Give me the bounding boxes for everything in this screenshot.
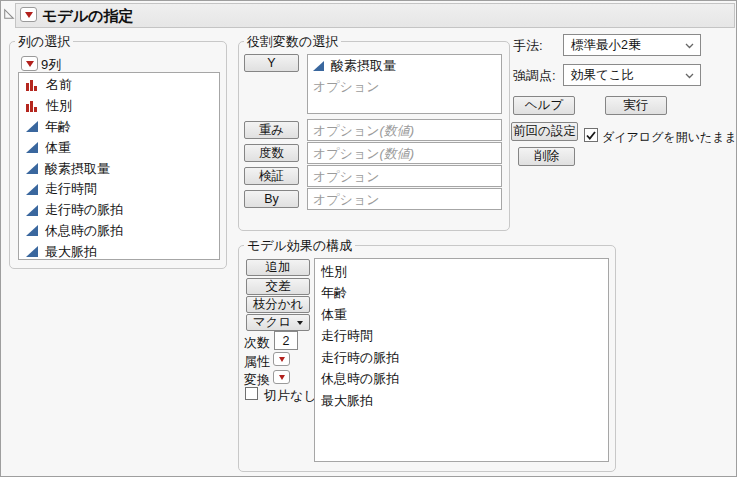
continuous-icon xyxy=(26,121,38,132)
transform-menu-button[interactable] xyxy=(273,370,290,384)
personality-select[interactable]: 標準最小2乗 xyxy=(563,34,701,56)
y-role-item-label: 酸素摂取量 xyxy=(331,57,396,75)
y-dropzone[interactable]: 酸素摂取量 オプション xyxy=(307,54,502,114)
continuous-icon xyxy=(26,225,38,236)
macros-button-label: マクロ xyxy=(253,314,291,331)
continuous-icon xyxy=(26,246,38,257)
column-item-label: 走行時の脈拍 xyxy=(45,201,123,219)
columns-filter-menu-button[interactable] xyxy=(21,56,38,71)
continuous-icon xyxy=(26,142,38,153)
continuous-icon xyxy=(313,61,324,71)
validation-button[interactable]: 検証 xyxy=(244,167,299,185)
column-panel: 列の選択 9列 名前性別年齢体重酸素摂取量走行時間走行時の脈拍休息時の脈拍最大脈… xyxy=(9,41,227,269)
effect-item[interactable]: 最大脈拍 xyxy=(315,390,608,412)
weight-placeholder: オプション(数値) xyxy=(313,122,496,140)
freq-placeholder: オプション(数値) xyxy=(313,145,496,163)
column-item[interactable]: 最大脈拍 xyxy=(19,241,219,262)
roles-panel: 役割変数の選択 Y 酸素摂取量 オプション 重み オプション(数値) 度数 オプ… xyxy=(238,41,510,231)
weight-button[interactable]: 重み xyxy=(244,121,299,139)
emphasis-value: 効果てこ比 xyxy=(571,67,634,84)
recall-button[interactable]: 前回の設定 xyxy=(511,122,578,141)
freq-button[interactable]: 度数 xyxy=(244,144,299,162)
degree-label: 次数 xyxy=(244,334,270,352)
column-item-label: 休息時の脈拍 xyxy=(45,222,123,240)
column-item-label: 名前 xyxy=(46,76,72,94)
continuous-icon xyxy=(26,163,38,174)
effect-item[interactable]: 走行時間 xyxy=(315,326,608,348)
effects-panel-title: モデル効果の構成 xyxy=(244,237,355,255)
by-dropzone[interactable]: オプション xyxy=(307,188,502,210)
attributes-label: 属性 xyxy=(244,353,270,371)
column-item-label: 性別 xyxy=(46,97,72,115)
nominal-icon xyxy=(26,79,39,91)
check-icon xyxy=(586,131,596,140)
emphasis-label: 強調点: xyxy=(513,67,556,85)
no-intercept-checkbox[interactable] xyxy=(245,387,258,400)
page-title: モデルの指定 xyxy=(42,7,133,26)
y-placeholder: オプション xyxy=(313,78,496,96)
red-triangle-icon xyxy=(26,61,34,67)
effect-item[interactable]: 休息時の脈拍 xyxy=(315,369,608,391)
red-triangle-icon xyxy=(25,12,33,18)
effect-item[interactable]: 年齢 xyxy=(315,283,608,305)
dropdown-triangle-icon xyxy=(297,321,303,325)
effect-item[interactable]: 体重 xyxy=(315,304,608,326)
personality-value: 標準最小2乗 xyxy=(571,37,640,54)
effect-item[interactable]: 走行時の脈拍 xyxy=(315,347,608,369)
model-spec-menu-button[interactable] xyxy=(20,7,37,22)
column-item[interactable]: 名前 xyxy=(19,75,219,96)
remove-button[interactable]: 削除 xyxy=(518,147,575,166)
nominal-icon xyxy=(26,100,39,112)
run-button[interactable]: 実行 xyxy=(605,96,667,115)
effect-item[interactable]: 性別 xyxy=(315,261,608,283)
add-button[interactable]: 追加 xyxy=(246,259,310,276)
keep-open-checkbox[interactable] xyxy=(584,128,598,142)
effects-listbox[interactable]: 性別年齢体重走行時間走行時の脈拍休息時の脈拍最大脈拍 xyxy=(314,258,609,462)
column-item[interactable]: 走行時の脈拍 xyxy=(19,200,219,221)
personality-label: 手法: xyxy=(513,37,543,55)
degree-input[interactable]: 2 xyxy=(274,331,298,350)
by-placeholder: オプション xyxy=(313,191,496,209)
nest-button[interactable]: 枝分かれ xyxy=(246,296,310,313)
no-intercept-label[interactable]: 切片なし xyxy=(264,387,317,405)
chevron-down-icon xyxy=(685,43,694,49)
continuous-icon xyxy=(26,205,38,216)
freq-dropzone[interactable]: オプション(数値) xyxy=(307,142,502,164)
y-button[interactable]: Y xyxy=(244,54,299,72)
y-role-item[interactable]: 酸素摂取量 xyxy=(313,57,496,75)
validation-dropzone[interactable]: オプション xyxy=(307,165,502,187)
help-button[interactable]: ヘルプ xyxy=(513,96,575,115)
by-button[interactable]: By xyxy=(244,190,299,208)
roles-panel-title: 役割変数の選択 xyxy=(244,33,341,51)
column-item[interactable]: 走行時間 xyxy=(19,179,219,200)
column-listbox[interactable]: 名前性別年齢体重酸素摂取量走行時間走行時の脈拍休息時の脈拍最大脈拍 xyxy=(18,72,220,260)
red-triangle-icon xyxy=(279,375,285,380)
column-item[interactable]: 体重 xyxy=(19,137,219,158)
attributes-menu-button[interactable] xyxy=(273,352,290,366)
column-item-label: 最大脈拍 xyxy=(45,243,97,261)
collapse-triangle-icon[interactable] xyxy=(3,8,15,20)
fit-model-dialog: { "header": { "title": "モデルの指定" }, "colu… xyxy=(0,0,737,477)
column-item-label: 体重 xyxy=(45,139,71,157)
column-item[interactable]: 年齢 xyxy=(19,117,219,138)
column-item[interactable]: 休息時の脈拍 xyxy=(19,221,219,242)
effects-panel: モデル効果の構成 追加 交差 枝分かれ マクロ 次数 2 属性 変換 切片なし … xyxy=(238,245,616,472)
cross-button[interactable]: 交差 xyxy=(246,278,310,295)
red-triangle-icon xyxy=(279,357,285,362)
column-item[interactable]: 性別 xyxy=(19,96,219,117)
column-item[interactable]: 酸素摂取量 xyxy=(19,158,219,179)
macros-button[interactable]: マクロ xyxy=(246,314,310,331)
emphasis-select[interactable]: 効果てこ比 xyxy=(563,64,701,86)
column-item-label: 酸素摂取量 xyxy=(45,160,110,178)
chevron-down-icon xyxy=(685,73,694,79)
continuous-icon xyxy=(26,184,38,195)
validation-placeholder: オプション xyxy=(313,168,496,186)
column-item-label: 年齢 xyxy=(45,118,71,136)
keep-open-label[interactable]: ダイアログを開いたままにする xyxy=(602,129,737,146)
column-item-label: 走行時間 xyxy=(45,180,97,198)
weight-dropzone[interactable]: オプション(数値) xyxy=(307,119,502,141)
column-panel-title: 列の選択 xyxy=(15,33,73,51)
